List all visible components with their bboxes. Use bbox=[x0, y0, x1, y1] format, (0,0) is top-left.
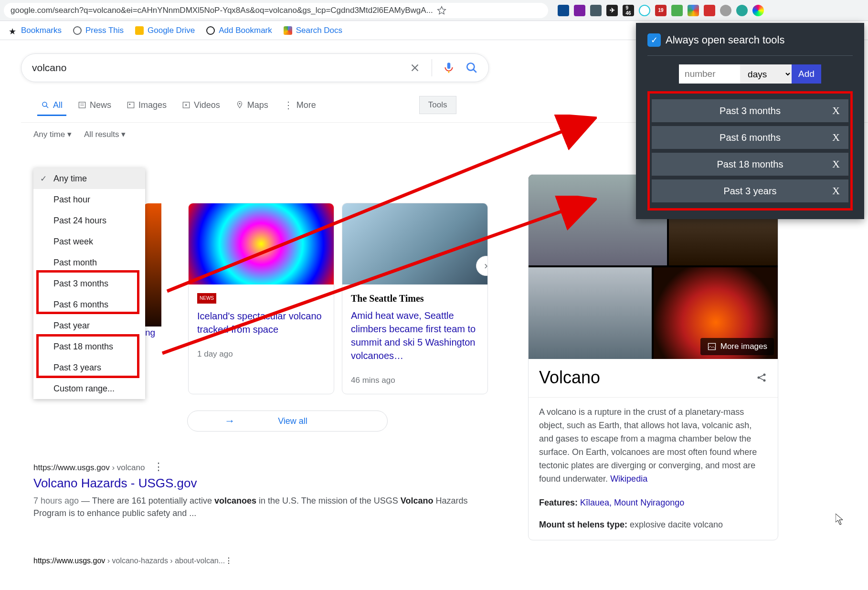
unit-select[interactable]: days bbox=[740, 64, 792, 84]
search-icon[interactable] bbox=[466, 62, 478, 74]
ext-icon[interactable] bbox=[671, 5, 683, 16]
add-button[interactable]: Add bbox=[792, 64, 821, 84]
ext-row[interactable]: Past 6 monthsX bbox=[652, 126, 848, 149]
svg-point-12 bbox=[239, 103, 240, 105]
kp-title: Volcano bbox=[539, 368, 600, 388]
result-title[interactable]: Volcano Hazards - USGS.gov bbox=[33, 476, 487, 491]
wikipedia-link[interactable]: Wikipedia bbox=[610, 474, 647, 484]
bookmark-label: Add Bookmark bbox=[219, 26, 272, 35]
ext-icon[interactable] bbox=[574, 5, 585, 16]
checkbox-always-open[interactable]: ✓ bbox=[647, 33, 661, 47]
result-menu-icon[interactable]: ⋮ bbox=[225, 557, 233, 565]
news-card[interactable]: The Seattle Times Amid heat wave, Seattl… bbox=[342, 203, 488, 394]
extension-popup: ✓ Always open search tools days Add Past… bbox=[636, 23, 864, 219]
search-input[interactable] bbox=[32, 62, 409, 74]
bookmark-item[interactable]: Press This bbox=[73, 26, 124, 35]
bookmark-item[interactable]: Add Bookmark bbox=[206, 26, 272, 35]
svg-rect-6 bbox=[79, 102, 85, 108]
divider bbox=[432, 59, 432, 76]
ext-icon[interactable]: 19 bbox=[655, 5, 667, 16]
tab-videos[interactable]: Videos bbox=[174, 95, 228, 115]
time-option-custom[interactable]: Custom range... bbox=[33, 378, 145, 399]
time-option-year[interactable]: Past year bbox=[33, 315, 145, 336]
ext-row[interactable]: Past 3 yearsX bbox=[652, 179, 848, 202]
time-option-6months[interactable]: Past 6 months bbox=[33, 294, 145, 315]
label: Past 18 months bbox=[717, 159, 783, 170]
time-option-hour[interactable]: Past hour bbox=[33, 189, 145, 210]
time-option-month[interactable]: Past month bbox=[33, 252, 145, 273]
clear-icon[interactable] bbox=[409, 62, 421, 74]
svg-point-15 bbox=[763, 374, 766, 376]
remove-icon[interactable]: X bbox=[832, 131, 840, 144]
star-icon[interactable] bbox=[437, 6, 446, 15]
news-icon bbox=[78, 101, 86, 109]
remove-icon[interactable]: X bbox=[832, 158, 840, 170]
news-card[interactable]: NEWS Iceland's spectacular volcano track… bbox=[188, 203, 334, 394]
kp-helens-value: explosive dacite volcano bbox=[627, 520, 723, 529]
time-option-3years[interactable]: Past 3 years bbox=[33, 357, 145, 378]
bookmark-item[interactable]: ★Bookmarks bbox=[9, 26, 62, 35]
time-option-24h[interactable]: Past 24 hours bbox=[33, 210, 145, 231]
share-icon[interactable] bbox=[756, 372, 767, 383]
ext-icon-active[interactable] bbox=[752, 5, 764, 16]
tab-maps[interactable]: Maps bbox=[228, 95, 276, 115]
tab-news[interactable]: News bbox=[70, 95, 119, 115]
view-all-button[interactable]: → View all bbox=[187, 411, 388, 432]
kp-description: A volcano is a rupture in the crust of a… bbox=[539, 407, 757, 484]
result-url[interactable]: https://www.usgs.gov › volcano-hazards ›… bbox=[33, 556, 487, 565]
svg-point-16 bbox=[763, 379, 766, 382]
svg-line-5 bbox=[46, 106, 49, 108]
result-menu-icon[interactable]: ⋮ bbox=[153, 461, 164, 473]
ext-icon[interactable] bbox=[688, 5, 699, 16]
ext-row[interactable]: Past 3 monthsX bbox=[652, 99, 848, 122]
news-title: Amid heat wave, Seattle climbers became … bbox=[351, 309, 479, 362]
remove-icon[interactable]: X bbox=[832, 105, 840, 117]
tab-images[interactable]: Images bbox=[119, 95, 174, 115]
remove-icon[interactable]: X bbox=[832, 185, 840, 197]
ext-row[interactable]: Past 18 monthsX bbox=[652, 153, 848, 176]
ext-icon[interactable]: ✈ bbox=[606, 5, 618, 16]
ext-icon[interactable]: 946 bbox=[623, 5, 634, 16]
anytime-dropdown[interactable]: Any time ▾ bbox=[33, 129, 72, 139]
bookmark-label: Search Docs bbox=[296, 26, 342, 35]
search-icon bbox=[41, 101, 50, 109]
svg-line-3 bbox=[473, 69, 476, 73]
more-images-button[interactable]: More images bbox=[700, 338, 774, 355]
time-option-18months[interactable]: Past 18 months bbox=[33, 336, 145, 357]
ext-icon[interactable] bbox=[736, 5, 748, 16]
ext-rows-annotation: Past 3 monthsX Past 6 monthsX Past 18 mo… bbox=[647, 91, 853, 211]
tools-button[interactable]: Tools bbox=[419, 96, 456, 114]
folder-icon bbox=[135, 26, 144, 35]
kp-features-link[interactable]: Kīlauea, Mount Nyiragongo bbox=[580, 498, 684, 507]
tab-more[interactable]: ⋮More bbox=[276, 95, 324, 116]
allresults-dropdown[interactable]: All results ▾ bbox=[84, 129, 126, 139]
kp-image[interactable] bbox=[529, 267, 652, 359]
ext-icon[interactable] bbox=[639, 5, 650, 16]
news-card-title-peek: ng bbox=[145, 327, 155, 338]
time-option-week[interactable]: Past week bbox=[33, 231, 145, 252]
bbc-news-logo: NEWS bbox=[197, 293, 216, 304]
ext-title: Always open search tools bbox=[666, 34, 784, 46]
search-box bbox=[21, 53, 489, 82]
globe-icon bbox=[206, 26, 215, 35]
number-input[interactable] bbox=[679, 64, 740, 84]
news-time: 1 day ago bbox=[197, 349, 325, 359]
camera-icon[interactable] bbox=[720, 5, 731, 16]
label: Past 6 months bbox=[720, 132, 781, 143]
ext-icon[interactable] bbox=[704, 5, 715, 16]
ext-icon[interactable] bbox=[558, 5, 569, 16]
ext-icon[interactable] bbox=[590, 5, 602, 16]
time-option-3months[interactable]: Past 3 months bbox=[33, 273, 145, 294]
bookmark-item[interactable]: Google Drive bbox=[135, 26, 195, 35]
bookmark-label: Google Drive bbox=[148, 26, 195, 35]
result-url[interactable]: https://www.usgs.gov › volcano⋮ bbox=[33, 461, 487, 473]
time-option-anytime[interactable]: Any time bbox=[33, 168, 145, 189]
omnibox[interactable]: google.com/search?q=volcano&ei=cAHnYNnmD… bbox=[4, 3, 548, 18]
mic-icon[interactable] bbox=[443, 60, 455, 75]
result-snippet: 7 hours ago — There are 161 potentially … bbox=[33, 495, 487, 519]
bookmark-item[interactable]: Search Docs bbox=[284, 26, 342, 35]
seattle-times-logo: The Seattle Times bbox=[351, 293, 479, 304]
news-time: 46 mins ago bbox=[351, 376, 479, 385]
tab-all[interactable]: All bbox=[33, 95, 70, 115]
news-image bbox=[342, 203, 487, 284]
